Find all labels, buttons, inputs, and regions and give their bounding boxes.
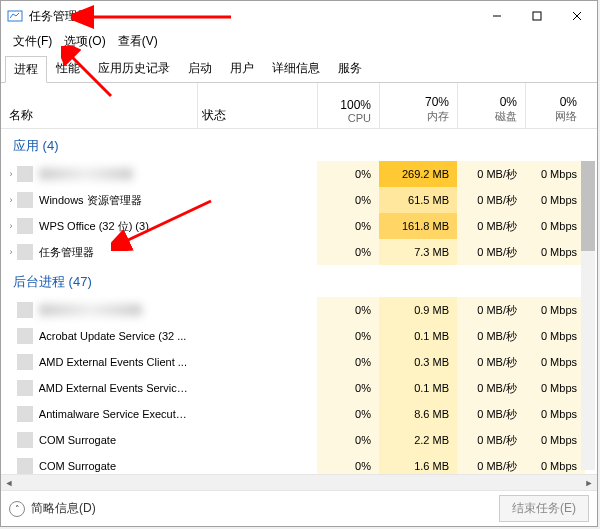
- cell-disk: 0 MB/秒: [457, 401, 525, 427]
- process-icon: [17, 406, 33, 422]
- cell-network: 0 Mbps: [525, 213, 585, 239]
- col-name[interactable]: 名称: [1, 83, 197, 128]
- cell-cpu: 0%: [317, 323, 379, 349]
- cell-disk: 0 MB/秒: [457, 297, 525, 323]
- process-name: ████████████: [39, 168, 133, 180]
- process-icon: [17, 328, 33, 344]
- cell-status: [197, 213, 317, 239]
- cell-disk: 0 MB/秒: [457, 427, 525, 453]
- cell-memory: 0.1 MB: [379, 375, 457, 401]
- tab-strip: 进程性能应用历史记录启动用户详细信息服务: [1, 55, 597, 83]
- process-name: WPS Office (32 位) (3): [39, 219, 149, 234]
- table-row[interactable]: AMD External Events Client ...0%0.3 MB0 …: [1, 349, 597, 375]
- table-row[interactable]: AMD External Events Service ...0%0.1 MB0…: [1, 375, 597, 401]
- cell-memory: 8.6 MB: [379, 401, 457, 427]
- tab-6[interactable]: 服务: [329, 55, 371, 82]
- cell-status: [197, 427, 317, 453]
- process-icon: [17, 244, 33, 260]
- table-row[interactable]: ›任务管理器0%7.3 MB0 MB/秒0 Mbps: [1, 239, 597, 265]
- process-name: AMD External Events Client ...: [39, 356, 187, 368]
- process-icon: [17, 458, 33, 474]
- process-name: ████████████ ..: [39, 304, 142, 316]
- cell-memory: 7.3 MB: [379, 239, 457, 265]
- vertical-scrollbar[interactable]: [581, 161, 595, 470]
- table-row[interactable]: COM Surrogate0%2.2 MB0 MB/秒0 Mbps: [1, 427, 597, 453]
- process-icon: [17, 432, 33, 448]
- process-name: 任务管理器: [39, 245, 94, 260]
- scrollbar-thumb[interactable]: [581, 161, 595, 251]
- process-name: Windows 资源管理器: [39, 193, 142, 208]
- tab-0[interactable]: 进程: [5, 56, 47, 83]
- group-header-bg: 后台进程 (47): [1, 265, 597, 297]
- cell-cpu: 0%: [317, 349, 379, 375]
- cell-network: 0 Mbps: [525, 161, 585, 187]
- col-memory[interactable]: 70%内存: [379, 83, 457, 128]
- cell-disk: 0 MB/秒: [457, 349, 525, 375]
- maximize-button[interactable]: [517, 1, 557, 31]
- window-title: 任务管理器: [29, 8, 477, 25]
- cell-cpu: 0%: [317, 213, 379, 239]
- group-header-apps: 应用 (4): [1, 129, 597, 161]
- col-network[interactable]: 0%网络: [525, 83, 585, 128]
- col-cpu[interactable]: 100%CPU: [317, 83, 379, 128]
- cell-cpu: 0%: [317, 161, 379, 187]
- scroll-right-icon[interactable]: ►: [581, 478, 597, 488]
- horizontal-scrollbar[interactable]: ◄ ►: [1, 474, 597, 490]
- table-row[interactable]: COM Surrogate0%1.6 MB0 MB/秒0 Mbps: [1, 453, 597, 474]
- table-row[interactable]: ›████████████0%269.2 MB0 MB/秒0 Mbps: [1, 161, 597, 187]
- process-icon: [17, 380, 33, 396]
- cell-memory: 1.6 MB: [379, 453, 457, 474]
- table-row[interactable]: ›WPS Office (32 位) (3)0%161.8 MB0 MB/秒0 …: [1, 213, 597, 239]
- table-row[interactable]: Acrobat Update Service (32 ...0%0.1 MB0 …: [1, 323, 597, 349]
- end-task-button[interactable]: 结束任务(E): [499, 495, 589, 522]
- cell-status: [197, 239, 317, 265]
- cell-cpu: 0%: [317, 375, 379, 401]
- table-row[interactable]: ████████████ ..0%0.9 MB0 MB/秒0 Mbps: [1, 297, 597, 323]
- cell-network: 0 Mbps: [525, 323, 585, 349]
- table-row[interactable]: ›Windows 资源管理器0%61.5 MB0 MB/秒0 Mbps: [1, 187, 597, 213]
- cell-memory: 0.9 MB: [379, 297, 457, 323]
- cell-network: 0 Mbps: [525, 401, 585, 427]
- minimize-button[interactable]: [477, 1, 517, 31]
- cell-status: [197, 375, 317, 401]
- svg-rect-0: [8, 11, 22, 21]
- footer: ˄ 简略信息(D) 结束任务(E): [1, 490, 597, 526]
- col-status[interactable]: 状态: [197, 83, 317, 128]
- cell-status: [197, 323, 317, 349]
- cell-network: 0 Mbps: [525, 187, 585, 213]
- brief-info-toggle[interactable]: ˄ 简略信息(D): [9, 500, 96, 517]
- process-name: Acrobat Update Service (32 ...: [39, 330, 186, 342]
- tab-5[interactable]: 详细信息: [263, 55, 329, 82]
- process-list: 应用 (4)›████████████0%269.2 MB0 MB/秒0 Mbp…: [1, 129, 597, 474]
- chevron-right-icon[interactable]: ›: [5, 221, 17, 231]
- menu-view[interactable]: 查看(V): [114, 31, 162, 51]
- cell-memory: 269.2 MB: [379, 161, 457, 187]
- cell-network: 0 Mbps: [525, 349, 585, 375]
- titlebar[interactable]: 任务管理器: [1, 1, 597, 31]
- cell-memory: 0.1 MB: [379, 323, 457, 349]
- chevron-right-icon[interactable]: ›: [5, 247, 17, 257]
- col-disk[interactable]: 0%磁盘: [457, 83, 525, 128]
- scroll-left-icon[interactable]: ◄: [1, 478, 17, 488]
- close-button[interactable]: [557, 1, 597, 31]
- process-name: COM Surrogate: [39, 460, 116, 472]
- menu-options[interactable]: 选项(O): [60, 31, 109, 51]
- process-icon: [17, 218, 33, 234]
- cell-memory: 161.8 MB: [379, 213, 457, 239]
- process-name: COM Surrogate: [39, 434, 116, 446]
- tab-3[interactable]: 启动: [179, 55, 221, 82]
- cell-disk: 0 MB/秒: [457, 453, 525, 474]
- process-name: AMD External Events Service ...: [39, 382, 189, 394]
- menu-file[interactable]: 文件(F): [9, 31, 56, 51]
- table-row[interactable]: Antimalware Service Executa...0%8.6 MB0 …: [1, 401, 597, 427]
- cell-cpu: 0%: [317, 427, 379, 453]
- table-header: 名称 状态 100%CPU 70%内存 0%磁盘 0%网络: [1, 83, 597, 129]
- svg-rect-2: [533, 12, 541, 20]
- tab-4[interactable]: 用户: [221, 55, 263, 82]
- cell-cpu: 0%: [317, 187, 379, 213]
- tab-1[interactable]: 性能: [47, 55, 89, 82]
- process-icon: [17, 166, 33, 182]
- chevron-right-icon[interactable]: ›: [5, 169, 17, 179]
- chevron-right-icon[interactable]: ›: [5, 195, 17, 205]
- tab-2[interactable]: 应用历史记录: [89, 55, 179, 82]
